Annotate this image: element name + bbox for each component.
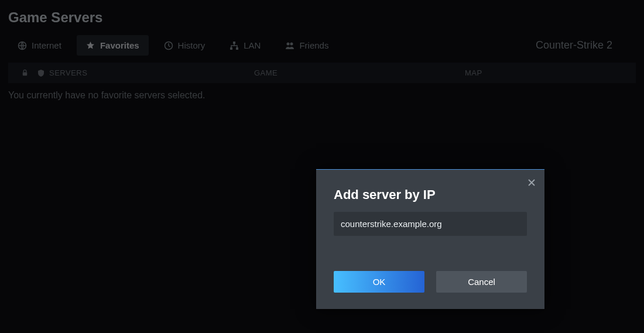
friends-icon: [285, 41, 294, 50]
tabs-row: Internet Favorites History LAN: [0, 30, 644, 63]
tab-label: Friends: [299, 40, 328, 50]
tab-label: History: [178, 40, 205, 50]
tab-label: Internet: [32, 40, 61, 50]
lock-icon: [16, 69, 33, 77]
close-icon[interactable]: [526, 177, 537, 188]
ok-button[interactable]: OK: [334, 271, 424, 293]
tab-lan[interactable]: LAN: [220, 35, 270, 56]
column-game[interactable]: GAME: [254, 68, 465, 77]
lan-icon: [229, 41, 239, 50]
tab-friends[interactable]: Friends: [276, 35, 338, 56]
game-selector[interactable]: Counter-Strike 2: [536, 39, 636, 52]
tab-label: LAN: [244, 40, 261, 50]
svg-rect-3: [230, 47, 232, 50]
svg-point-5: [287, 42, 290, 45]
empty-favorites-message: You currently have no favorite servers s…: [0, 83, 644, 108]
svg-rect-7: [22, 73, 26, 76]
add-server-dialog: Add server by IP OK Cancel: [316, 169, 544, 309]
server-ip-input[interactable]: [334, 212, 527, 236]
cancel-button[interactable]: Cancel: [436, 271, 527, 293]
star-icon: [86, 41, 95, 50]
tab-history[interactable]: History: [155, 35, 215, 56]
tab-favorites[interactable]: Favorites: [77, 35, 149, 56]
column-map[interactable]: MAP: [465, 68, 628, 77]
page-title: Game Servers: [0, 0, 644, 30]
svg-point-6: [290, 42, 293, 45]
dialog-title: Add server by IP: [316, 170, 544, 212]
table-header: SERVERS GAME MAP: [8, 63, 636, 83]
tab-internet[interactable]: Internet: [8, 35, 71, 56]
svg-rect-2: [233, 42, 235, 44]
globe-icon: [18, 41, 27, 50]
svg-rect-4: [236, 47, 238, 50]
dialog-buttons: OK Cancel: [316, 236, 544, 293]
tab-label: Favorites: [100, 40, 139, 50]
shield-icon: [33, 69, 49, 77]
column-servers[interactable]: SERVERS: [49, 68, 254, 77]
clock-icon: [164, 41, 173, 50]
